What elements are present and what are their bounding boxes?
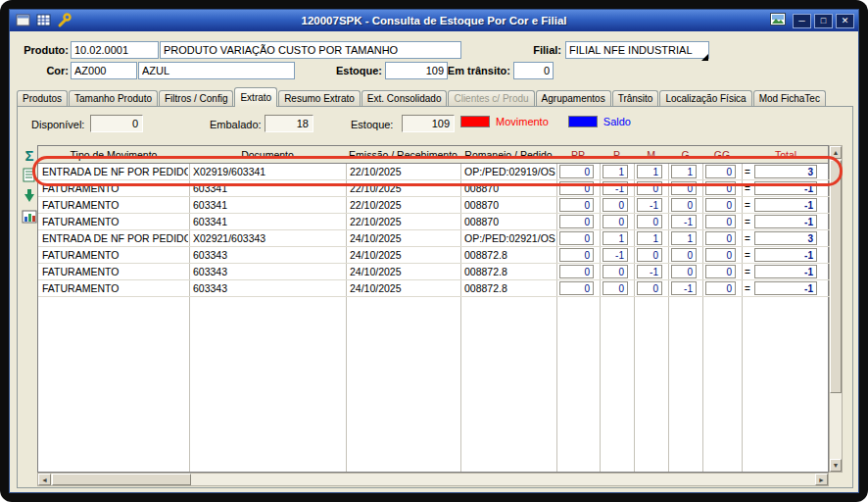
tab-ext-consolidado[interactable]: Ext. Consolidado: [362, 90, 448, 107]
horizontal-scroll-thumb[interactable]: [52, 474, 191, 485]
col-header-tipo[interactable]: Tipo de Movimento: [38, 146, 189, 164]
cell-size-gg: 0: [705, 215, 736, 228]
cell-total: -1: [754, 248, 817, 262]
minimize-button[interactable]: ─: [793, 14, 811, 28]
tab-mod-fichatec[interactable]: Mod FichaTec: [753, 90, 826, 107]
close-button[interactable]: ✕: [836, 14, 854, 28]
vertical-scroll-thumb[interactable]: [830, 160, 842, 393]
window-frame: 120007SPK - Consulta de Estoque Por Cor …: [0, 0, 868, 502]
estoque-panel-label: Estoque:: [351, 119, 393, 130]
cell-size-pp: 0: [559, 215, 594, 228]
cell-tipo: FATURAMENTO: [39, 266, 188, 277]
col-header-gg[interactable]: GG: [702, 146, 742, 164]
cell-size-m: 1: [637, 165, 662, 178]
scroll-right-button[interactable]: ►: [815, 474, 828, 485]
cell-size-m: 0: [637, 248, 662, 262]
cell-emissao: 24/10/2025: [347, 232, 459, 244]
cell-documento: X02919/603341: [190, 166, 345, 177]
estoque-label: Estoque:: [331, 65, 382, 76]
cell-total: 3: [754, 231, 817, 245]
tab-tamanho-produto[interactable]: Tamanho Produto: [69, 90, 158, 107]
cell-tipo: ENTRADA DE NF POR PEDIDO: [39, 166, 188, 177]
col-header-emissao[interactable]: Emissão / Recebimento: [346, 146, 460, 164]
scroll-left-button[interactable]: ◄: [38, 474, 51, 485]
tab-tr-nsito[interactable]: Trânsito: [612, 90, 659, 107]
produto-desc-input[interactable]: [160, 41, 461, 59]
cell-size-m: 0: [637, 181, 662, 195]
cell-tipo: FATURAMENTO: [39, 182, 188, 194]
table-row[interactable]: FATURAMENTO60334122/10/20250088700-1000=…: [38, 180, 830, 197]
wrench-icon: [57, 13, 72, 28]
cell-size-pp: 0: [559, 198, 594, 212]
cell-size-gg: 0: [705, 198, 736, 212]
equals-sign: =: [745, 233, 750, 244]
cell-size-p: 1: [603, 165, 628, 178]
cell-size-m: -1: [637, 265, 662, 278]
table-row[interactable]: FATURAMENTO60334122/10/202500887000-100=…: [38, 197, 830, 214]
cell-romaneio: OP:/PED:02921/OS:: [461, 232, 555, 244]
em-transito-input[interactable]: [513, 62, 554, 79]
vertical-scrollbar[interactable]: ▲ ▼: [829, 145, 843, 473]
cell-total: -1: [754, 215, 817, 228]
tab-filtros-config[interactable]: Filtros / Config: [159, 90, 233, 107]
chart-icon[interactable]: [21, 209, 38, 226]
col-header-m[interactable]: M: [634, 146, 668, 164]
cor-desc-input[interactable]: [138, 62, 295, 79]
cell-size-g: 1: [671, 231, 697, 245]
table-row[interactable]: FATURAMENTO60334324/10/2025008872.80-100…: [38, 247, 830, 264]
col-header-p[interactable]: P: [600, 146, 634, 164]
tab-clientes-c-produ: Clientes c/ Produ: [448, 90, 534, 107]
embalado-label: Embalado:: [210, 119, 262, 130]
grid-icon: [36, 13, 52, 28]
cell-size-pp: 0: [559, 231, 594, 245]
estoque-input[interactable]: [385, 62, 448, 79]
cell-size-gg: 0: [705, 165, 736, 178]
col-header-romaneio[interactable]: Romaneio / Pedido: [460, 146, 556, 164]
maximize-button[interactable]: □: [814, 14, 833, 28]
horizontal-scrollbar[interactable]: ◄ ►: [37, 473, 829, 486]
produto-code-input[interactable]: [71, 41, 159, 59]
cell-emissao: 22/10/2025: [347, 216, 459, 227]
export-grid-icon[interactable]: [21, 168, 38, 185]
cell-documento: 603341: [190, 199, 345, 211]
cor-code-input[interactable]: [71, 62, 137, 79]
table-row[interactable]: ENTRADA DE NF POR PEDIDOX02921/60334324/…: [38, 230, 830, 247]
col-header-total[interactable]: Total: [742, 146, 830, 164]
cell-tipo: FATURAMENTO: [39, 199, 188, 211]
scroll-down-button[interactable]: ▼: [830, 459, 842, 472]
disponivel-label: Disponível:: [31, 119, 84, 130]
cell-size-m: 1: [637, 231, 662, 245]
filial-input[interactable]: [565, 41, 709, 59]
tab-produtos[interactable]: Produtos: [17, 90, 68, 107]
table-row[interactable]: ENTRADA DE NF POR PEDIDOX02919/60334122/…: [38, 164, 830, 180]
equals-sign: =: [745, 167, 750, 177]
cell-tipo: ENTRADA DE NF POR PEDIDO: [39, 232, 188, 244]
cell-romaneio: 008872.8: [461, 266, 555, 277]
tab-extrato[interactable]: Extrato: [234, 87, 277, 107]
table-row[interactable]: FATURAMENTO60334324/10/2025008872.8000-1…: [38, 280, 830, 297]
sum-icon[interactable]: Σ: [21, 147, 38, 165]
tab-resumo-extrato[interactable]: Resumo Extrato: [278, 90, 361, 107]
tab-agrupamentos[interactable]: Agrupamentos: [536, 90, 611, 107]
em-transito-label: Em trânsito:: [447, 65, 510, 76]
table-row[interactable]: FATURAMENTO60334324/10/2025008872.800-10…: [38, 264, 830, 280]
equals-sign: =: [745, 250, 750, 261]
table-row[interactable]: FATURAMENTO60334122/10/2025008870000-10=…: [38, 214, 830, 230]
cell-size-p: -1: [603, 248, 628, 262]
image-icon[interactable]: [770, 13, 786, 28]
tab-localiza-o-f-sica[interactable]: Localização Física: [659, 90, 751, 107]
cell-size-p: -1: [603, 181, 628, 195]
cell-size-g: 0: [671, 181, 697, 195]
cell-documento: 603343: [190, 282, 345, 294]
cell-size-g: 0: [671, 265, 697, 278]
filial-dropdown-marker[interactable]: [701, 54, 708, 61]
col-header-g[interactable]: G: [668, 146, 702, 164]
col-header-pp[interactable]: PP: [556, 146, 600, 164]
title-bar[interactable]: 120007SPK - Consulta de Estoque Por Cor …: [10, 10, 858, 31]
scroll-up-button[interactable]: ▲: [830, 146, 842, 159]
down-arrow-icon[interactable]: [21, 188, 38, 206]
equals-sign: =: [745, 283, 750, 294]
cell-size-pp: 0: [559, 165, 594, 178]
cell-size-pp: 0: [559, 265, 594, 278]
col-header-documento[interactable]: Documento: [189, 146, 346, 164]
